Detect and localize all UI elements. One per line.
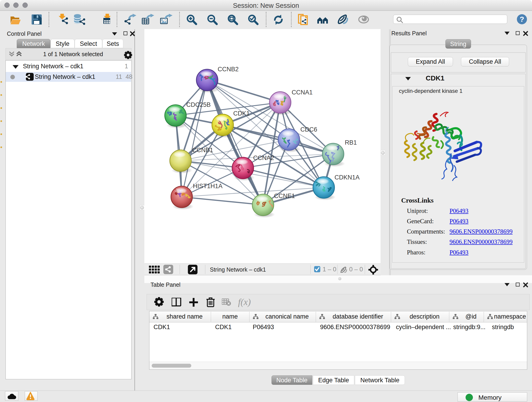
svg-text:CCNA1: CCNA1 bbox=[292, 89, 313, 96]
svg-text:CCNE1: CCNE1 bbox=[274, 192, 295, 199]
svg-text:CCNA2: CCNA2 bbox=[253, 154, 274, 161]
svg-text:CCNB2: CCNB2 bbox=[218, 66, 239, 73]
svg-text:CDC25B: CDC25B bbox=[186, 101, 211, 108]
svg-text:?: ? bbox=[520, 15, 524, 23]
svg-text:CDK1: CDK1 bbox=[233, 110, 250, 117]
svg-text:HIST1H1A: HIST1H1A bbox=[193, 183, 222, 190]
svg-text:CCNB1: CCNB1 bbox=[192, 147, 213, 153]
svg-text:RB1: RB1 bbox=[345, 139, 357, 146]
svg-text:CDC6: CDC6 bbox=[300, 126, 317, 133]
svg-text:CDKN1A: CDKN1A bbox=[335, 174, 360, 181]
